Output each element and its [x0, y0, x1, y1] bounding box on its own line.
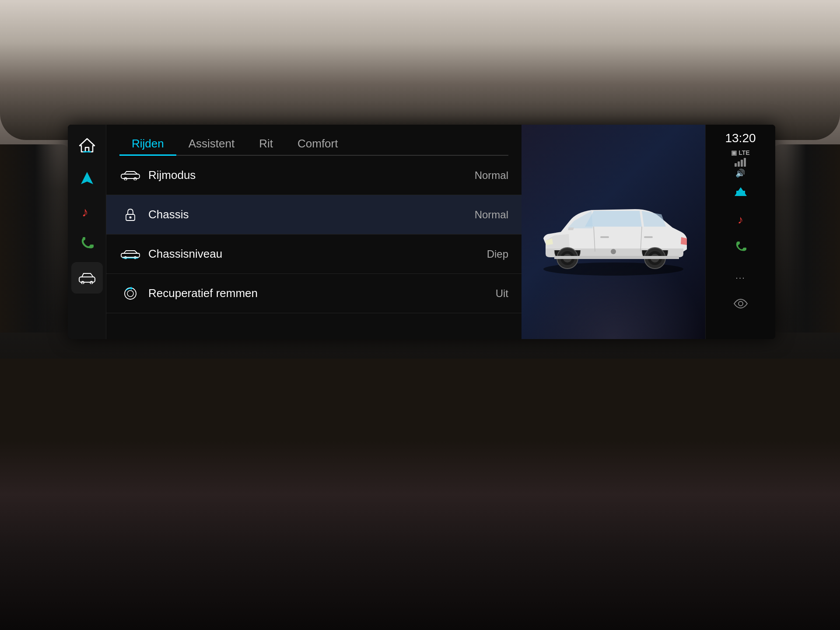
phone-icon: [79, 237, 95, 252]
signal-bars: [735, 158, 746, 167]
tab-rijden-label: Rijden: [132, 137, 164, 150]
time-display: 13:20: [725, 131, 756, 145]
recuperation-brake-icon: [123, 286, 138, 301]
svg-rect-5: [79, 277, 95, 282]
sidebar-item-car[interactable]: [71, 262, 103, 294]
chassisniveau-label: Chassisniveau: [148, 247, 487, 261]
infotainment-screen: ♪ Rijden Assistent: [68, 125, 775, 339]
bar-4: [744, 158, 746, 167]
right-dots-label: ...: [735, 271, 746, 281]
lte-indicator: ▣ LTE 🔊: [729, 152, 752, 175]
tab-comfort[interactable]: Comfort: [285, 133, 350, 155]
bar-1: [735, 163, 737, 167]
tab-assistent-label: Assistent: [189, 137, 235, 150]
menu-item-chassis[interactable]: Chassis Normal: [106, 195, 522, 234]
chassisniveau-car-icon: [121, 249, 140, 259]
recuperatief-remmen-value: Uit: [496, 287, 508, 300]
sidebar-item-music[interactable]: ♪: [71, 196, 103, 227]
right-music-note: ♪: [738, 213, 743, 227]
svg-text:♪: ♪: [82, 205, 88, 219]
car-display: [522, 125, 705, 339]
recuperatief-remmen-label: Recuperatief remmen: [148, 287, 496, 300]
tab-rijden[interactable]: Rijden: [119, 133, 176, 155]
svg-point-9: [124, 178, 127, 180]
svg-marker-0: [80, 139, 94, 152]
sidebar-item-phone[interactable]: [71, 229, 103, 260]
menu-item-recuperatief-remmen[interactable]: Recuperatief remmen Uit: [106, 274, 522, 313]
tab-assistent[interactable]: Assistent: [176, 133, 247, 155]
sidebar-item-home[interactable]: [71, 129, 103, 161]
chassisniveau-icon: [119, 249, 141, 259]
car-visualization: [530, 188, 696, 276]
home-icon: [79, 137, 95, 153]
recuperation-icon: [119, 286, 141, 301]
rijmodus-icon: [119, 171, 141, 180]
sidebar-item-navigation[interactable]: [71, 162, 103, 194]
svg-rect-8: [121, 174, 140, 178]
right-more-icon[interactable]: ...: [729, 264, 752, 287]
right-music-icon[interactable]: ♪: [729, 208, 752, 231]
right-nav-arrow-shape: [735, 187, 747, 196]
svg-marker-19: [131, 287, 133, 290]
lte-label: ▣ LTE: [731, 149, 749, 156]
right-trim: [772, 144, 840, 332]
svg-point-32: [738, 301, 743, 306]
svg-rect-13: [121, 253, 140, 257]
bottom-dashboard: [0, 359, 840, 630]
chassis-value: Normal: [475, 209, 508, 221]
main-content: Rijden Assistent Rit Comfort: [106, 125, 522, 339]
svg-marker-3: [81, 172, 93, 184]
bar-2: [738, 161, 740, 167]
bar-3: [741, 160, 743, 167]
svg-rect-29: [600, 236, 609, 238]
right-phone-icon[interactable]: [729, 236, 752, 259]
rijmodus-label: Rijmodus: [148, 168, 475, 182]
top-dashboard: [0, 0, 840, 140]
chassis-lock-icon: [123, 207, 138, 222]
chassisniveau-value: Diep: [487, 248, 508, 260]
navigation-icon: [79, 170, 95, 186]
right-nav-icon[interactable]: [729, 180, 752, 203]
tab-bar: Rijden Assistent Rit Comfort: [106, 125, 522, 155]
svg-point-12: [130, 216, 132, 218]
svg-point-31: [611, 249, 616, 254]
tab-comfort-label: Comfort: [298, 137, 338, 150]
menu-item-rijmodus[interactable]: Rijmodus Normal: [106, 156, 522, 195]
menu-list: Rijmodus Normal Chassis Normal: [106, 156, 522, 339]
rijmodus-car-icon: [121, 171, 140, 180]
chassis-icon: [119, 207, 141, 222]
svg-rect-30: [644, 236, 653, 238]
volume-icon: 🔊: [735, 168, 745, 178]
sidebar: ♪: [68, 125, 106, 339]
right-panel: 13:20 ▣ LTE 🔊 ♪: [705, 125, 775, 339]
music-icon: ♪: [79, 203, 95, 219]
right-eye-icon[interactable]: [729, 292, 752, 315]
svg-point-18: [127, 290, 133, 297]
left-trim: [0, 144, 70, 332]
chassis-label: Chassis: [148, 208, 475, 221]
porsche-car-svg: [530, 188, 696, 276]
rijmodus-value: Normal: [475, 169, 508, 182]
tab-rit-label: Rit: [259, 137, 273, 150]
svg-point-10: [134, 178, 136, 180]
eye-svg: [734, 299, 748, 308]
right-phone-svg: [734, 241, 747, 254]
car-active-icon: [78, 272, 96, 284]
tab-rit[interactable]: Rit: [247, 133, 285, 155]
menu-item-chassisniveau[interactable]: Chassisniveau Diep: [106, 234, 522, 274]
